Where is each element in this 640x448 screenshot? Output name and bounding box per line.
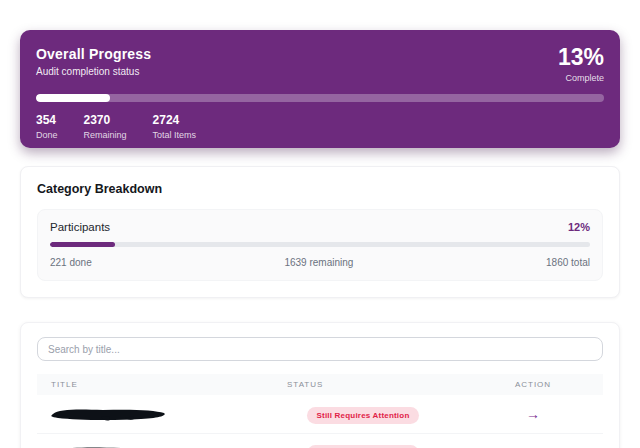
row-action: → (463, 433, 603, 448)
category-item-header: Participants 12% (50, 221, 590, 233)
hero-header: Overall Progress Audit completion status… (36, 46, 604, 83)
redaction-scribble (49, 406, 169, 422)
table-header-row: TITLE STATUS ACTION (37, 374, 603, 395)
row-title-redacted (37, 395, 263, 433)
category-item-participants: Participants 12% 221 done 1639 remaining… (37, 209, 603, 281)
search-input[interactable] (37, 337, 603, 361)
stat-remaining-value: 2370 (84, 113, 127, 127)
category-breakdown-card: Category Breakdown Participants 12% 221 … (20, 166, 620, 298)
column-header-status: STATUS (263, 374, 463, 395)
category-breakdown-title: Category Breakdown (37, 182, 603, 196)
row-status: Still Requires Attention (263, 433, 463, 448)
category-name: Participants (50, 221, 110, 233)
column-header-title: TITLE (37, 374, 263, 395)
items-table-card: TITLE STATUS ACTION Still Requires Atten… (20, 322, 620, 448)
hero-titles: Overall Progress Audit completion status (36, 46, 151, 77)
row-status: Still Requires Attention (263, 395, 463, 433)
row-title-redacted (37, 433, 263, 448)
category-percent: 12% (568, 221, 590, 233)
stat-done: 354 Done (36, 113, 58, 140)
stat-done-label: Done (36, 130, 58, 140)
table-row: Still Requires Attention → (37, 433, 603, 448)
items-table: TITLE STATUS ACTION Still Requires Atten… (37, 374, 603, 448)
hero-percent-block: 13% Complete (558, 46, 604, 83)
stat-total-value: 2724 (153, 113, 197, 127)
category-progress-fill (50, 242, 115, 247)
overall-progress-card: Overall Progress Audit completion status… (20, 30, 620, 148)
row-action: → (463, 395, 603, 433)
open-item-arrow-button[interactable]: → (526, 407, 540, 421)
column-header-action: ACTION (463, 374, 603, 395)
page-subtitle: Audit completion status (36, 66, 151, 77)
page-title: Overall Progress (36, 46, 151, 62)
category-remaining-label: 1639 remaining (284, 257, 353, 268)
overall-stats: 354 Done 2370 Remaining 2724 Total Items (36, 113, 604, 140)
overall-percent: 13% (558, 46, 604, 69)
category-total-label: 1860 total (546, 257, 590, 268)
overall-progress-fill (36, 94, 110, 102)
stat-total: 2724 Total Items (153, 113, 197, 140)
status-badge: Still Requires Attention (307, 407, 420, 424)
category-progress-labels: 221 done 1639 remaining 1860 total (50, 257, 590, 268)
category-progress-track (50, 242, 590, 247)
stat-total-label: Total Items (153, 130, 197, 140)
overall-percent-label: Complete (558, 73, 604, 83)
overall-progress-track (36, 94, 604, 102)
stat-remaining: 2370 Remaining (84, 113, 127, 140)
category-done-label: 221 done (50, 257, 92, 268)
table-row: Still Requires Attention → (37, 395, 603, 433)
stat-remaining-label: Remaining (84, 130, 127, 140)
stat-done-value: 354 (36, 113, 58, 127)
